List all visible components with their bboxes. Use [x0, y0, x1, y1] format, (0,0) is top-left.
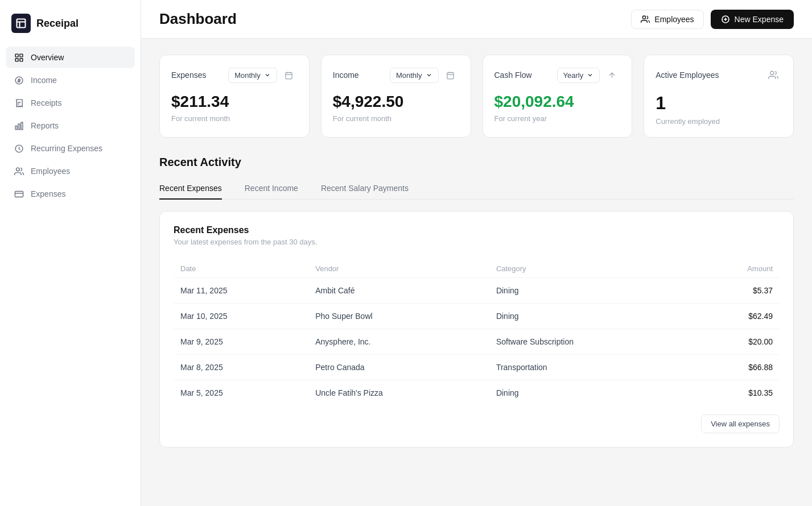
expenses-table: Date Vendor Category Amount Mar 11, 2025… — [174, 260, 780, 405]
col-vendor: Vendor — [308, 260, 489, 278]
employees-card-label: Active Employees — [656, 70, 719, 80]
dollar-icon — [14, 75, 24, 85]
sidebar-nav: Overview Income Receipts Reports — [0, 47, 141, 205]
sidebar-item-recurring-expenses[interactable]: Recurring Expenses — [6, 138, 135, 159]
cashflow-sort-icon[interactable] — [603, 67, 620, 84]
cell-date: Mar 5, 2025 — [174, 380, 308, 406]
cashflow-card-label: Cash Flow — [494, 70, 532, 80]
cell-category: Transportation — [489, 355, 693, 380]
sidebar-item-recurring-label: Recurring Expenses — [31, 144, 102, 153]
sidebar-item-receipts-label: Receipts — [31, 98, 61, 107]
logo: Receipal — [0, 9, 141, 47]
svg-rect-26 — [447, 72, 454, 78]
sidebar-item-expenses[interactable]: Expenses — [6, 183, 135, 205]
cashflow-period-label: Yearly — [563, 71, 584, 80]
table-row: Mar 11, 2025 Ambit Café Dining $5.37 — [174, 278, 780, 304]
topbar-actions: Employees New Expense — [631, 10, 794, 29]
income-value: $4,922.50 — [333, 93, 459, 111]
expenses-value: $211.34 — [171, 93, 298, 111]
income-period-label: Monthly — [396, 71, 422, 80]
cashflow-sublabel: For current year — [494, 114, 621, 123]
cell-amount: $66.88 — [693, 355, 780, 380]
table-card-title: Recent Expenses — [174, 225, 780, 235]
sidebar-item-employees-label: Employees — [31, 167, 70, 176]
employees-stat-card: Active Employees 1 Currently employed — [644, 55, 794, 138]
cell-category: Dining — [489, 380, 693, 406]
svg-rect-12 — [18, 123, 20, 129]
cell-vendor: Ambit Café — [308, 278, 489, 304]
svg-rect-5 — [15, 58, 18, 61]
main-content: Dashboard Employees New Expense Expenses — [141, 0, 812, 506]
content-area: Expenses Monthly $211.34 For current mon… — [141, 39, 812, 506]
clock-icon — [14, 143, 24, 154]
expenses-sublabel: For current month — [171, 114, 298, 123]
svg-rect-11 — [15, 126, 17, 129]
page-title: Dashboard — [159, 10, 237, 28]
employees-button-label: Employees — [654, 15, 694, 24]
activity-tabs: Recent Expenses Recent Income Recent Sal… — [159, 178, 794, 200]
tab-recent-income[interactable]: Recent Income — [245, 178, 298, 200]
employees-icon — [765, 67, 782, 84]
chevron-down-icon — [587, 72, 593, 78]
cashflow-period-dropdown[interactable]: Yearly — [557, 68, 600, 83]
income-period-dropdown[interactable]: Monthly — [390, 68, 439, 83]
expenses-period-dropdown[interactable]: Monthly — [228, 68, 277, 83]
expenses-stat-card: Expenses Monthly $211.34 For current mon… — [159, 55, 310, 138]
table-row: Mar 8, 2025 Petro Canada Transportation … — [174, 355, 780, 380]
sidebar-item-reports[interactable]: Reports — [6, 115, 135, 136]
plus-circle-icon — [721, 15, 730, 24]
sidebar-item-income-label: Income — [31, 76, 57, 85]
svg-rect-4 — [19, 54, 22, 57]
sidebar-item-expenses-label: Expenses — [31, 189, 65, 198]
users-button-icon — [641, 15, 650, 24]
employees-button[interactable]: Employees — [631, 10, 703, 29]
employees-card-header: Active Employees — [656, 67, 782, 84]
table-row: Mar 9, 2025 Anysphere, Inc. Software Sub… — [174, 329, 780, 355]
tab-recent-salary[interactable]: Recent Salary Payments — [321, 178, 409, 200]
expenses-period-label: Monthly — [234, 71, 261, 80]
svg-point-15 — [16, 168, 19, 171]
topbar: Dashboard Employees New Expense — [141, 0, 812, 39]
col-amount: Amount — [693, 260, 780, 278]
view-all-expenses-button[interactable]: View all expenses — [701, 414, 780, 433]
cell-vendor: Uncle Fatih's Pizza — [308, 380, 489, 406]
income-sublabel: For current month — [333, 114, 459, 123]
cashflow-card-header: Cash Flow Yearly — [494, 67, 621, 84]
cell-date: Mar 8, 2025 — [174, 355, 308, 380]
sidebar-item-receipts[interactable]: Receipts — [6, 92, 135, 114]
sidebar-item-income[interactable]: Income — [6, 69, 135, 91]
new-expense-button-label: New Expense — [735, 15, 784, 24]
svg-point-18 — [643, 16, 646, 19]
new-expense-button[interactable]: New Expense — [711, 10, 794, 29]
chevron-down-icon — [426, 72, 432, 78]
cell-amount: $62.49 — [693, 304, 780, 329]
cell-vendor: Pho Super Bowl — [308, 304, 489, 329]
section-title: Recent Activity — [159, 156, 794, 169]
sidebar-item-overview-label: Overview — [31, 53, 64, 62]
cell-amount: $20.00 — [693, 329, 780, 355]
logo-icon — [11, 14, 31, 33]
employees-count: 1 — [656, 93, 782, 114]
cell-amount: $5.37 — [693, 278, 780, 304]
cell-category: Software Subscription — [489, 329, 693, 355]
table-row: Mar 5, 2025 Uncle Fatih's Pizza Dining $… — [174, 380, 780, 406]
cell-date: Mar 9, 2025 — [174, 329, 308, 355]
income-stat-card: Income Monthly $4,922.50 For current mon… — [321, 55, 471, 138]
sidebar-item-overview[interactable]: Overview — [6, 47, 135, 68]
table-card-subtitle: Your latest expenses from the past 30 da… — [174, 238, 780, 246]
sidebar-item-employees[interactable]: Employees — [6, 160, 135, 182]
svg-rect-13 — [21, 122, 23, 130]
stat-cards: Expenses Monthly $211.34 For current mon… — [159, 55, 794, 138]
expenses-calendar-icon[interactable] — [281, 67, 298, 84]
cell-amount: $10.35 — [693, 380, 780, 406]
cashflow-value: $20,092.64 — [494, 93, 621, 111]
svg-point-31 — [770, 71, 774, 74]
employees-sublabel: Currently employed — [656, 117, 782, 126]
logo-text: Receipal — [36, 18, 79, 30]
users-icon — [14, 166, 24, 176]
tab-recent-expenses[interactable]: Recent Expenses — [159, 178, 222, 200]
expenses-card-header: Expenses Monthly — [171, 67, 298, 84]
income-calendar-icon[interactable] — [442, 67, 459, 84]
svg-rect-0 — [17, 19, 26, 28]
table-row: Mar 10, 2025 Pho Super Bowl Dining $62.4… — [174, 304, 780, 329]
